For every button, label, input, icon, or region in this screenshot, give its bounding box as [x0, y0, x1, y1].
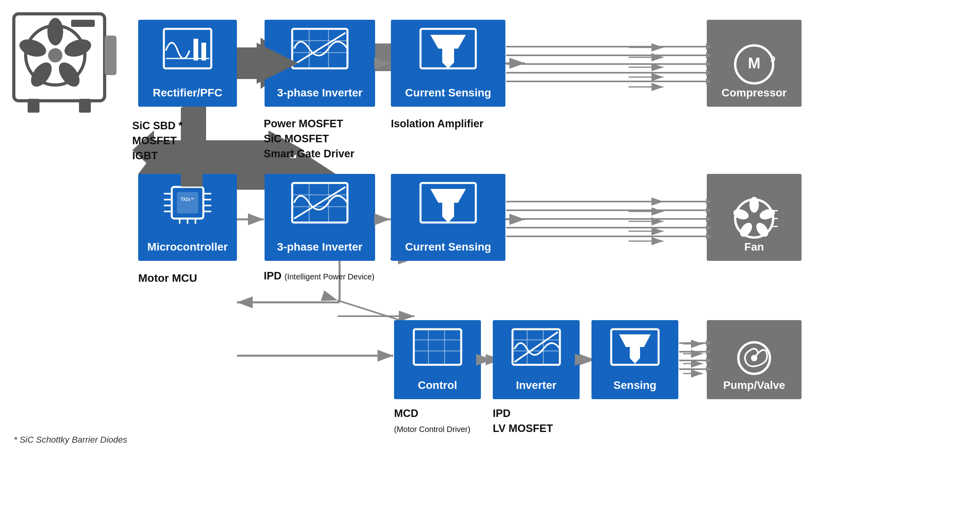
- fan-label: Fan: [740, 240, 768, 254]
- svg-rect-46: [201, 43, 206, 60]
- current-sensing-top-icon: [419, 27, 478, 70]
- svg-marker-96: [630, 358, 640, 364]
- svg-rect-40: [71, 20, 95, 27]
- inverter-mid-icon: [290, 181, 349, 224]
- inverter-bot-block: Inverter: [493, 320, 580, 399]
- sensing-bot-block: Sensing: [591, 320, 678, 399]
- svg-rect-59: [177, 192, 198, 213]
- svg-point-34: [47, 18, 63, 45]
- compressor-icon: M: [728, 43, 780, 86]
- power-mosfet-text: Power MOSFETSiC MOSFETSmart Gate Driver: [264, 117, 355, 161]
- compressor-label: Compressor: [718, 86, 791, 100]
- control-label: Control: [414, 379, 461, 392]
- control-block: Control: [394, 320, 481, 399]
- motor-mcu-label: Motor MCU: [138, 272, 197, 285]
- pump-valve-block: Pump/Valve: [707, 320, 802, 399]
- fan-block: Fan: [707, 174, 802, 261]
- svg-rect-42: [79, 99, 91, 113]
- svg-rect-56: [442, 49, 454, 62]
- fan-icon: [728, 197, 780, 240]
- rectifier-icon: [162, 27, 213, 70]
- microcontroller-label: Microcontroller: [143, 240, 232, 254]
- svg-rect-29: [182, 107, 206, 178]
- motor-mcu-text: Motor MCU: [138, 272, 197, 284]
- rectifier-label: Rectifier/PFC: [149, 86, 226, 100]
- svg-rect-45: [193, 39, 198, 60]
- current-sensing-mid-block: Current Sensing: [391, 174, 505, 261]
- current-sensing-mid-label: Current Sensing: [401, 240, 495, 254]
- current-sensing-top-block: Current Sensing: [391, 20, 505, 107]
- svg-line-92: [514, 332, 558, 362]
- pump-valve-label: Pump/Valve: [719, 379, 789, 392]
- footnote: * SiC Schottky Barrier Diodes: [14, 435, 127, 445]
- svg-point-100: [749, 197, 759, 213]
- svg-marker-79: [430, 189, 466, 203]
- svg-rect-4: [239, 49, 263, 73]
- svg-point-110: [751, 355, 757, 361]
- inverter-top-label: 3-phase Inverter: [273, 86, 366, 100]
- svg-rect-43: [105, 36, 116, 75]
- svg-line-53: [294, 33, 345, 64]
- svg-rect-80: [442, 203, 454, 217]
- svg-text:TXZs™: TXZs™: [181, 197, 194, 202]
- sensing-bot-icon: [609, 327, 661, 367]
- inverter-bot-label: Inverter: [512, 379, 561, 392]
- microcontroller-icon: TXZs™: [162, 181, 213, 224]
- mcd-text: MCD(Motor Control Driver): [394, 406, 470, 436]
- inverter-top-block: 3-phase Inverter: [265, 20, 375, 107]
- svg-point-105: [750, 215, 758, 223]
- ac-unit-icon: [12, 12, 118, 119]
- ipd-mid-text: IPD (Intelligent Power Device): [264, 269, 374, 284]
- rectifier-pfc-block: Rectifier/PFC: [138, 20, 237, 107]
- svg-point-38: [17, 36, 48, 60]
- isolation-amp-annotation: Isolation Amplifier: [391, 117, 484, 132]
- ipd-lv-annotation: IPDLV MOSFET: [493, 406, 553, 436]
- svg-point-35: [62, 36, 94, 60]
- sensing-bot-label: Sensing: [610, 379, 661, 392]
- microcontroller-block: TXZs™ Microcontroller: [138, 174, 237, 261]
- ipd-lv-text: IPDLV MOSFET: [493, 406, 553, 436]
- inverter-mid-label: 3-phase Inverter: [273, 240, 366, 254]
- isolation-amp-text: Isolation Amplifier: [391, 117, 484, 132]
- compressor-block: M Compressor: [707, 20, 802, 107]
- svg-line-77: [294, 187, 345, 219]
- inverter-top-icon: [290, 27, 349, 70]
- inverter-mid-block: 3-phase Inverter: [265, 174, 375, 261]
- ipd-mid-annotation: IPD (Intelligent Power Device): [264, 269, 374, 284]
- sic-sbd-line1: SiC SBD * MOSFET IGBT: [132, 119, 183, 163]
- power-mosfet-annotation: Power MOSFETSiC MOSFETSmart Gate Driver: [264, 117, 355, 161]
- diagram-container: Rectifier/PFC 3-phase Inverter Current S: [0, 0, 980, 513]
- sic-sbd-annotation: SiC SBD * MOSFET IGBT: [132, 119, 183, 163]
- control-icon: [412, 327, 463, 367]
- current-sensing-mid-icon: [419, 181, 478, 224]
- mcd-annotation: MCD(Motor Control Driver): [394, 406, 470, 436]
- footnote-text: * SiC Schottky Barrier Diodes: [14, 435, 127, 445]
- svg-text:M: M: [748, 55, 760, 72]
- svg-rect-41: [28, 99, 39, 113]
- svg-marker-55: [430, 35, 466, 49]
- inverter-bot-icon: [511, 327, 562, 367]
- svg-rect-95: [630, 347, 640, 358]
- pump-valve-icon: [728, 339, 780, 379]
- svg-point-39: [48, 48, 62, 62]
- svg-marker-94: [619, 334, 651, 347]
- svg-rect-82: [414, 329, 461, 365]
- current-sensing-top-label: Current Sensing: [401, 86, 495, 100]
